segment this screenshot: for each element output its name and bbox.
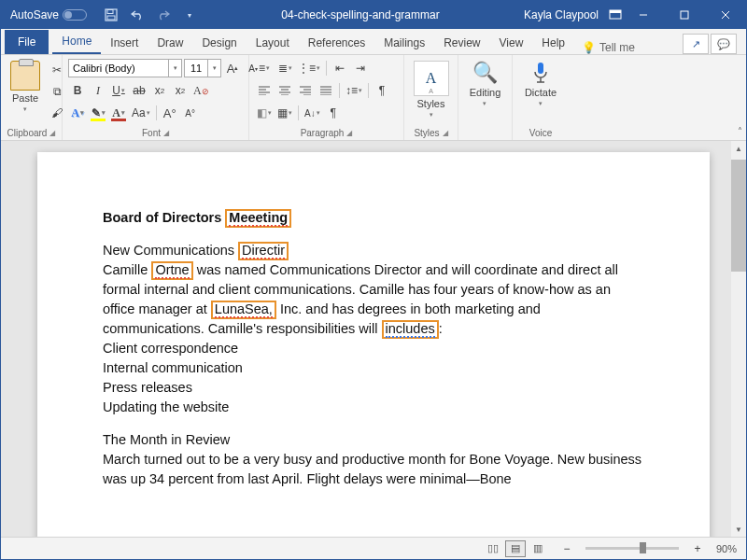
redo-icon[interactable] xyxy=(156,7,171,22)
font-name-combo[interactable]: ▾ xyxy=(68,59,182,77)
font-name-input[interactable] xyxy=(68,59,169,77)
font-size-input[interactable] xyxy=(184,59,208,77)
decrease-indent-button[interactable]: ⇤ xyxy=(331,59,349,77)
zoom-level[interactable]: 90% xyxy=(716,543,737,554)
ribbon-display-icon[interactable] xyxy=(608,7,623,22)
scroll-down-icon[interactable]: ▼ xyxy=(731,522,746,537)
increase-indent-button[interactable]: ⇥ xyxy=(351,59,370,77)
autosave-toggle[interactable]: AutoSave xyxy=(1,8,94,21)
align-left-button[interactable] xyxy=(255,81,274,100)
vertical-scrollbar[interactable]: ▲ ▼ xyxy=(731,141,746,537)
web-layout-button[interactable]: ▥ xyxy=(528,540,548,557)
document-area[interactable]: Board of Directors Meeeting New Communic… xyxy=(1,141,746,537)
zoom-in-button[interactable]: + xyxy=(688,539,707,558)
search-icon: 🔍 xyxy=(472,61,498,85)
grammar-error[interactable]: includes xyxy=(386,321,435,338)
tab-insert[interactable]: Insert xyxy=(101,31,148,54)
collapse-ribbon-button[interactable]: ˄ xyxy=(738,126,742,136)
heading-text: Board of Directors xyxy=(103,210,221,225)
shading-icon: ◧ xyxy=(257,106,267,119)
grow-font-button[interactable]: A▴ xyxy=(223,59,242,77)
minimize-button[interactable] xyxy=(623,1,664,29)
dictate-button[interactable]: Dictate ▾ xyxy=(521,59,560,109)
font-launcher-icon[interactable]: ◢ xyxy=(163,129,169,137)
align-center-button[interactable] xyxy=(275,81,294,100)
char-shading-a-button[interactable]: A° xyxy=(161,104,179,122)
ribbon: Paste ▾ ✂ ⧉ 🖌 Clipboard◢ ▾ ▾ A▴ A▾ xyxy=(1,55,746,141)
maximize-button[interactable] xyxy=(664,1,705,29)
paste-button[interactable]: Paste ▾ xyxy=(7,59,44,115)
text-effects-button[interactable]: A xyxy=(68,104,87,122)
chevron-down-icon[interactable]: ▾ xyxy=(208,59,221,77)
spell-error[interactable]: LunaSea, xyxy=(215,301,273,318)
group-paragraph: ≡ ≣ ⋮≡ ⇤ ⇥ ↕≡ ¶ ◧ xyxy=(249,55,404,140)
bullets-button[interactable]: ≡ xyxy=(255,59,274,77)
tab-design[interactable]: Design xyxy=(192,31,246,54)
toggle-icon xyxy=(63,9,87,21)
multilevel-button[interactable]: ⋮≡ xyxy=(296,59,322,77)
italic-button[interactable]: I xyxy=(89,81,107,100)
undo-icon[interactable] xyxy=(130,7,145,22)
tab-view[interactable]: View xyxy=(490,31,533,54)
zoom-slider[interactable] xyxy=(585,547,679,550)
superscript-button[interactable]: x2 xyxy=(171,81,190,100)
group-font: ▾ ▾ A▴ A▾ B I U ab x2 x2 A⊘ A ✎ A xyxy=(63,55,249,140)
read-mode-button[interactable]: ▯▯ xyxy=(483,540,503,557)
justify-button[interactable] xyxy=(317,81,335,100)
clear-formatting-button[interactable]: A⊘ xyxy=(191,81,211,100)
tab-layout[interactable]: Layout xyxy=(247,31,299,54)
clipboard-icon xyxy=(10,61,40,91)
tell-me-search[interactable]: 💡 Tell me xyxy=(574,41,642,54)
zoom-out-button[interactable]: − xyxy=(557,539,576,558)
paragraph-launcher-icon[interactable]: ◢ xyxy=(346,129,352,137)
tab-mailings[interactable]: Mailings xyxy=(374,31,434,54)
view-switcher: ▯▯ ▤ ▥ xyxy=(483,540,548,557)
line-spacing-button[interactable]: ↕≡ xyxy=(344,81,364,100)
tab-draw[interactable]: Draw xyxy=(148,31,192,54)
chevron-down-icon: ▾ xyxy=(483,100,486,107)
clipboard-launcher-icon[interactable]: ◢ xyxy=(49,129,55,137)
char-shading-small-button[interactable]: A° xyxy=(181,104,200,122)
tab-review[interactable]: Review xyxy=(434,31,489,54)
highlight-button[interactable]: ✎ xyxy=(89,104,107,122)
close-button[interactable] xyxy=(705,1,746,29)
show-marks-button[interactable]: ¶ xyxy=(373,81,391,100)
spell-error[interactable]: Meeeting xyxy=(229,210,288,227)
tab-file[interactable]: File xyxy=(5,30,49,54)
user-name[interactable]: Kayla Claypool xyxy=(514,8,608,21)
numbering-button[interactable]: ≣ xyxy=(275,59,294,77)
borders-button[interactable]: ▦ xyxy=(275,104,294,122)
shading-button[interactable]: ◧ xyxy=(255,104,274,122)
save-icon[interactable] xyxy=(104,7,119,22)
styles-button[interactable]: AA Styles ▾ xyxy=(410,59,453,120)
qat-more-icon[interactable]: ▾ xyxy=(182,7,197,22)
bold-button[interactable]: B xyxy=(68,81,87,100)
scrollbar-thumb[interactable] xyxy=(731,160,746,272)
show-all-icon: ¶ xyxy=(330,106,335,119)
font-color-button[interactable]: A xyxy=(109,104,128,122)
strikethrough-button[interactable]: ab xyxy=(130,81,148,100)
spell-error[interactable]: Ortne xyxy=(155,262,189,279)
tab-home[interactable]: Home xyxy=(52,29,101,54)
align-right-button[interactable] xyxy=(296,81,315,100)
sort-button[interactable]: A↓ xyxy=(303,104,322,122)
subscript-button[interactable]: x2 xyxy=(150,81,169,100)
show-all-button[interactable]: ¶ xyxy=(324,104,343,122)
tab-references[interactable]: References xyxy=(299,31,374,54)
styles-launcher-icon[interactable]: ◢ xyxy=(443,129,448,137)
paste-label: Paste xyxy=(12,92,38,104)
print-layout-button[interactable]: ▤ xyxy=(505,540,526,557)
scroll-up-icon[interactable]: ▲ xyxy=(731,141,746,156)
change-case-button[interactable]: Aa xyxy=(130,104,152,122)
editing-label: Editing xyxy=(470,87,501,98)
chevron-down-icon[interactable]: ▾ xyxy=(169,59,182,77)
spell-error[interactable]: Directir xyxy=(242,243,285,259)
underline-button[interactable]: U xyxy=(109,81,128,100)
comments-button[interactable]: 💬 xyxy=(711,34,737,54)
share-button[interactable]: ↗ xyxy=(683,34,709,54)
zoom-thumb[interactable] xyxy=(640,542,646,553)
font-size-combo[interactable]: ▾ xyxy=(184,59,221,77)
editing-button[interactable]: 🔍 Editing ▾ xyxy=(466,59,505,109)
tab-help[interactable]: Help xyxy=(532,31,574,54)
page[interactable]: Board of Directors Meeeting New Communic… xyxy=(37,152,710,537)
